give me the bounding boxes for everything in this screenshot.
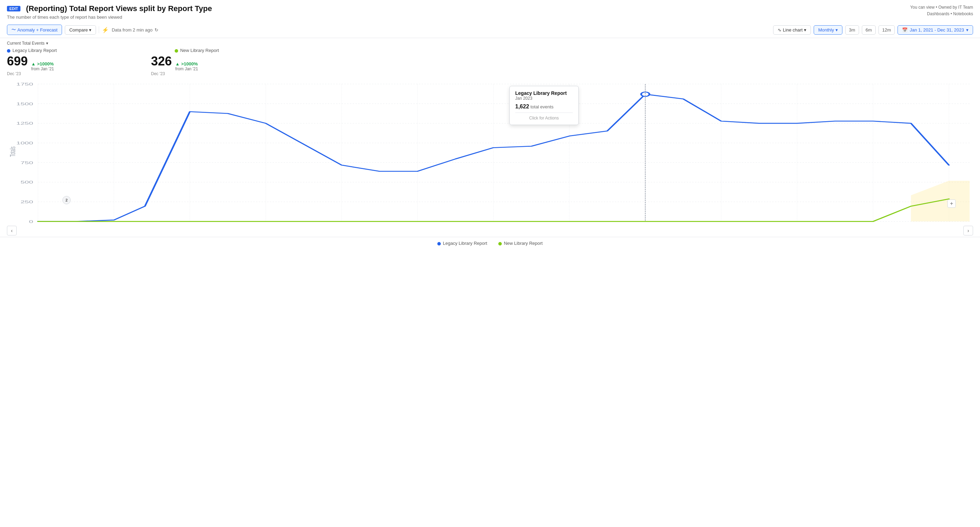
svg-text:Totals: Totals xyxy=(8,146,17,157)
top-right-info: You can view • Owned by IT Team Dashboar… xyxy=(910,4,973,17)
new-value: 326 xyxy=(151,54,172,68)
legacy-value: 699 xyxy=(7,54,28,68)
legend-dot-blue xyxy=(7,49,10,52)
page-subtitle: The number of times each type of report … xyxy=(7,14,910,20)
legend-item-legacy: Legacy Library Report xyxy=(7,48,57,54)
bottom-dot-green xyxy=(498,242,502,246)
calendar-icon: 📅 xyxy=(902,27,908,33)
edit-badge: EDIT xyxy=(7,6,21,11)
monthly-button[interactable]: Monthly ▾ xyxy=(814,25,842,35)
compare-button[interactable]: Compare ▾ xyxy=(65,25,96,35)
chevron-down-icon: ▾ xyxy=(804,27,807,33)
svg-text:0: 0 xyxy=(29,219,33,224)
chart-area: Legacy Library Report Jan 2023 1,622 tot… xyxy=(0,79,980,235)
svg-text:500: 500 xyxy=(21,180,33,184)
date-range-button[interactable]: 📅 Jan 1, 2021 - Dec 31, 2023 ▾ xyxy=(897,25,973,35)
svg-text:1000: 1000 xyxy=(16,141,33,145)
6m-button[interactable]: 6m xyxy=(862,25,876,35)
legacy-period: Dec '23 xyxy=(7,71,54,76)
bottom-legend-legacy: Legacy Library Report xyxy=(438,241,487,246)
line-chart-icon: ∿ xyxy=(778,27,781,33)
toolbar-divider xyxy=(99,26,99,33)
chevron-down-icon: ▾ xyxy=(835,27,838,33)
svg-text:1750: 1750 xyxy=(16,82,33,86)
svg-text:1250: 1250 xyxy=(16,121,33,126)
3m-button[interactable]: 3m xyxy=(845,25,859,35)
12m-button[interactable]: 12m xyxy=(878,25,895,35)
lightning-icon: ⚡ xyxy=(102,27,109,33)
data-info: Data from 2 min ago ↻ xyxy=(111,27,158,33)
svg-text:750: 750 xyxy=(21,160,33,165)
anomaly-forecast-button[interactable]: 〜 Anomaly + Forecast xyxy=(7,25,62,35)
line-chart-button[interactable]: ∿ Line chart ▾ xyxy=(773,25,811,35)
legend-dot-green xyxy=(175,49,178,52)
anomaly-icon: 〜 xyxy=(11,27,16,33)
add-annotation-button[interactable]: + xyxy=(947,200,956,208)
chevron-down-icon: ▾ xyxy=(46,41,48,46)
svg-text:250: 250 xyxy=(21,200,33,204)
filter-label[interactable]: Current Total Events ▾ xyxy=(7,41,973,46)
cluster-badge[interactable]: 2 xyxy=(62,196,71,204)
chevron-down-icon: ▾ xyxy=(966,27,969,33)
bottom-dot-blue xyxy=(438,242,441,246)
refresh-icon[interactable]: ↻ xyxy=(154,27,158,33)
bottom-legend-new: New Library Report xyxy=(498,241,542,246)
new-change: ▲ >1000% xyxy=(175,61,198,67)
svg-text:1500: 1500 xyxy=(16,102,33,106)
new-from: from Jan '21 xyxy=(175,67,198,71)
bottom-legend: Legacy Library Report New Library Report xyxy=(0,237,980,249)
forecast-area xyxy=(911,181,970,222)
line-chart[interactable]: .grid-line { stroke: #e5e7eb; stroke-wid… xyxy=(7,79,973,224)
legacy-from: from Jan '21 xyxy=(31,67,54,71)
page-title: (Reporting) Total Report Views split by … xyxy=(26,4,212,13)
new-period: Dec '23 xyxy=(151,71,198,76)
legacy-change: ▲ >1000% xyxy=(31,61,54,67)
chevron-down-icon: ▾ xyxy=(89,27,91,33)
legend-item-new: New Library Report xyxy=(175,48,219,54)
prev-button[interactable]: ‹ xyxy=(7,226,17,235)
next-button[interactable]: › xyxy=(963,226,973,235)
